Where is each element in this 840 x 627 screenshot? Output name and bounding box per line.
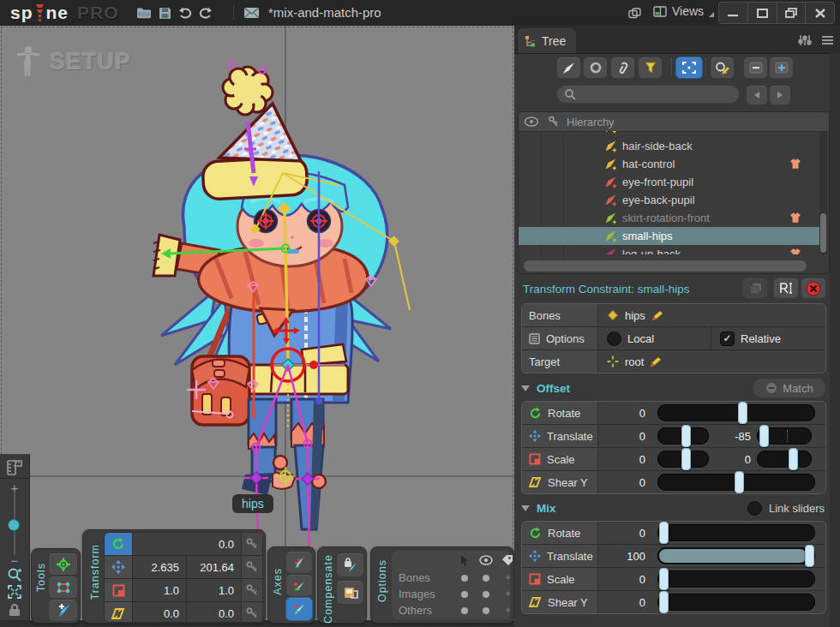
shear-icon[interactable]: [105, 602, 132, 623]
duplicate-constraint-button[interactable]: [742, 278, 768, 299]
axes-parent-button[interactable]: [285, 574, 313, 597]
offset-rotate-value[interactable]: 0: [598, 407, 645, 420]
ruler-icon[interactable]: [0, 459, 29, 476]
lock-icon[interactable]: [0, 603, 29, 618]
filter-settings-icon[interactable]: [795, 33, 814, 48]
zoom-slider-handle[interactable]: [8, 519, 20, 531]
offset-scale-y-value[interactable]: 0: [715, 453, 751, 466]
compensate-bones-button[interactable]: [336, 552, 364, 577]
local-checkbox[interactable]: [607, 331, 621, 346]
key-icon[interactable]: [241, 556, 262, 578]
rotate-icon[interactable]: [105, 533, 132, 555]
mix-rotate-value[interactable]: 0: [598, 527, 645, 540]
bones-tag-toggle[interactable]: ✦: [504, 572, 512, 583]
tree-row-small-hips[interactable]: small-hips: [519, 227, 820, 245]
translate-icon[interactable]: [105, 556, 132, 578]
mix-translate-slider[interactable]: [657, 547, 815, 564]
bone-visibility-button[interactable]: [556, 57, 581, 79]
images-visible-toggle[interactable]: [483, 591, 489, 598]
shear-x-value[interactable]: 0.0: [132, 602, 186, 623]
offset-scale-x-slider[interactable]: [657, 451, 709, 468]
collapse-triangle-icon[interactable]: [521, 505, 530, 511]
rotate-value[interactable]: 0.0: [132, 533, 241, 555]
bones-select-toggle[interactable]: [461, 575, 468, 582]
float-windows-icon[interactable]: [625, 4, 644, 21]
others-tag-toggle[interactable]: ✦: [504, 605, 512, 616]
others-select-toggle[interactable]: [461, 607, 468, 614]
views-menu[interactable]: Views: [653, 4, 714, 18]
axes-world-button[interactable]: [285, 551, 313, 574]
offset-translate-y-value[interactable]: -85: [715, 430, 751, 443]
restore-button[interactable]: [777, 3, 806, 23]
mix-shear-slider[interactable]: [657, 594, 815, 611]
delete-constraint-button[interactable]: [801, 278, 826, 299]
match-button[interactable]: Match: [753, 378, 826, 398]
link-sliders-checkbox[interactable]: [747, 501, 762, 516]
bones-visible-toggle[interactable]: [483, 575, 489, 582]
tree-horizontal-scrollbar[interactable]: [524, 260, 807, 272]
tree-row-hair-side-front-control[interactable]: hair-side-front-control: [519, 131, 820, 136]
shear-y-value[interactable]: 0.0: [186, 602, 241, 623]
maximize-button[interactable]: [747, 3, 777, 23]
offset-rotate-slider[interactable]: [657, 404, 815, 421]
mix-scale-slider[interactable]: [657, 570, 815, 588]
tree-row-eye-front-pupil[interactable]: eye-front-pupil: [519, 173, 820, 191]
filter-button[interactable]: [638, 57, 663, 79]
tree-vertical-scrollbar[interactable]: [819, 131, 827, 254]
offset-translate-x-value[interactable]: 0: [598, 430, 645, 443]
compensate-images-button[interactable]: [336, 580, 364, 605]
create-bone-tool-button[interactable]: [48, 599, 78, 622]
expand-all-button[interactable]: [769, 57, 794, 79]
minimize-button[interactable]: [719, 3, 747, 23]
search-prev-button[interactable]: [746, 85, 768, 105]
collapse-all-button[interactable]: [743, 57, 768, 79]
offset-scale-x-value[interactable]: 0: [598, 453, 645, 466]
scale-y-value[interactable]: 1.0: [186, 579, 241, 601]
local-option[interactable]: Local: [598, 327, 711, 349]
axes-local-button[interactable]: [285, 597, 313, 621]
offset-translate-x-slider[interactable]: [657, 427, 709, 445]
others-visible-toggle[interactable]: [483, 607, 489, 614]
collapse-triangle-icon[interactable]: [521, 385, 530, 391]
images-select-toggle[interactable]: [461, 591, 468, 598]
zoom-reset-icon[interactable]: [0, 567, 29, 582]
edit-pencil-icon[interactable]: [650, 356, 662, 367]
frame-selected-button[interactable]: [675, 57, 703, 79]
relative-checkbox[interactable]: ✓: [720, 331, 735, 346]
tree-search-input[interactable]: [580, 87, 729, 102]
target-value-cell[interactable]: root: [598, 350, 825, 373]
zoom-out-button[interactable]: −: [0, 553, 29, 568]
mix-shear-value[interactable]: 0: [598, 596, 645, 609]
mix-translate-value[interactable]: 100: [598, 550, 645, 563]
scale-x-value[interactable]: 1.0: [132, 579, 186, 601]
key-icon[interactable]: [241, 579, 262, 601]
mix-scale-value[interactable]: 0: [598, 573, 645, 586]
translate-y-value[interactable]: 201.64: [186, 556, 241, 578]
viewport[interactable]: SETUP hips + − T: [0, 26, 514, 627]
offset-translate-y-slider[interactable]: [757, 427, 812, 445]
mix-rotate-slider[interactable]: [657, 524, 815, 541]
relative-option[interactable]: ✓ Relative: [711, 327, 825, 349]
offset-scale-y-slider[interactable]: [757, 451, 812, 468]
panel-menu-icon[interactable]: [818, 33, 837, 48]
rename-constraint-button[interactable]: [773, 278, 799, 299]
redo-button[interactable]: [196, 4, 215, 21]
offset-shear-value[interactable]: 0: [598, 476, 645, 489]
search-next-button[interactable]: [769, 85, 791, 105]
images-tag-toggle[interactable]: ✦: [504, 588, 512, 600]
translate-x-value[interactable]: 2.635: [132, 556, 186, 578]
tree-row-leg-up-back[interactable]: leg-up-back: [519, 245, 820, 254]
save-project-button[interactable]: [155, 4, 174, 21]
bones-value-cell[interactable]: hips: [598, 304, 825, 326]
tree-row-hat-control[interactable]: hat-control: [519, 155, 820, 173]
edit-pencil-icon[interactable]: [651, 310, 663, 321]
open-project-button[interactable]: [135, 4, 153, 21]
circle-visibility-button[interactable]: [583, 57, 608, 79]
close-button[interactable]: [805, 3, 834, 23]
tree-row-eye-back-pupil[interactable]: eye-back-pupil: [519, 191, 820, 209]
undo-button[interactable]: [176, 4, 195, 21]
tree-row-hair-side-back[interactable]: hair-side-back: [519, 137, 820, 155]
fit-view-icon[interactable]: [0, 584, 29, 600]
attachments-button[interactable]: [610, 57, 635, 79]
offset-shear-slider[interactable]: [657, 474, 815, 491]
